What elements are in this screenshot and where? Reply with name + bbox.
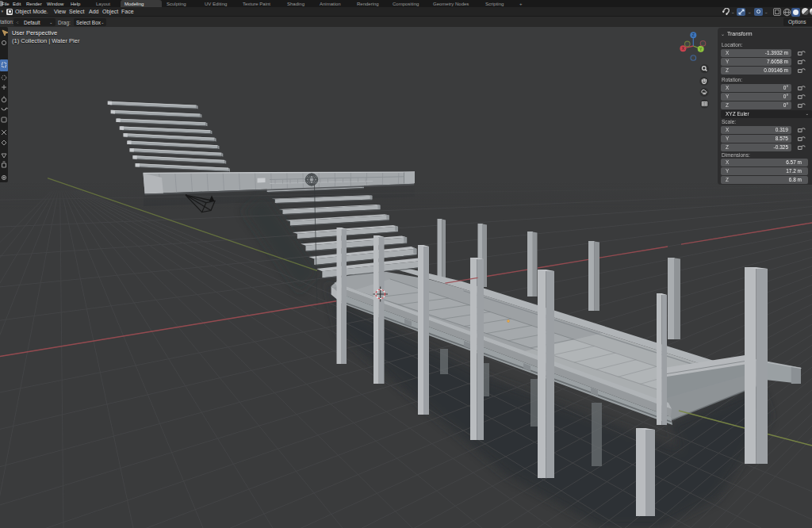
svg-text:Z: Z bbox=[692, 33, 695, 37]
